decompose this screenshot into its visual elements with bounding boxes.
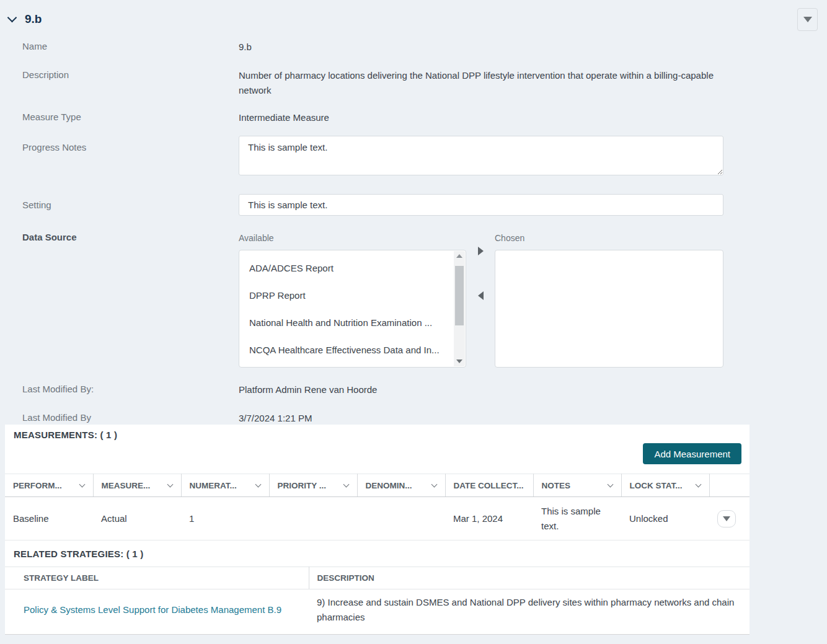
form-row-progress-notes: Progress Notes This is sample text. — [0, 136, 827, 180]
progress-notes-textarea[interactable]: This is sample text. — [239, 136, 723, 175]
cell-performance: Baseline — [5, 497, 93, 540]
triangle-down-icon — [803, 17, 812, 22]
strategy-link[interactable]: Policy & Systems Level Support for Diabe… — [24, 604, 281, 615]
cell-priority — [269, 497, 357, 540]
form-row-last-modified-by: Last Modified By: Platform Admin Rene va… — [0, 382, 827, 397]
cell-actions — [709, 497, 750, 540]
chosen-column: Chosen — [495, 231, 723, 368]
form-row-measure-type: Measure Type Intermediate Measure — [0, 110, 827, 125]
chevron-down-icon[interactable] — [79, 482, 85, 488]
cell-strategy-description: 9) Increase and sustain DSMES and Nation… — [309, 589, 750, 630]
related-strategies-section-title: RELATED STRATEGIES: ( 1 ) — [5, 540, 750, 559]
measurements-table: PERFORM... MEASURE... NUMERAT... PRIORIT… — [5, 474, 750, 540]
chevron-down-icon[interactable] — [607, 482, 613, 488]
column-header-denominator[interactable]: DENOMIN... — [357, 474, 445, 497]
form-row-name: Name 9.b — [0, 40, 827, 55]
form-row-setting: Setting — [0, 194, 827, 216]
list-item[interactable]: NCQA Healthcare Effectiveness Data and I… — [239, 337, 466, 364]
available-listbox[interactable]: ADA/ADCES Report DPRP Report National He… — [239, 250, 466, 368]
page-title: 9.b — [25, 12, 42, 26]
chosen-label: Chosen — [495, 231, 723, 245]
measure-type-value: Intermediate Measure — [239, 110, 723, 125]
add-measurement-button[interactable]: Add Measurement — [643, 443, 741, 464]
scrollbar-thumb[interactable] — [455, 266, 464, 325]
last-modified-date-label: Last Modified By — [0, 411, 239, 426]
triangle-down-icon — [723, 516, 730, 521]
chevron-down-icon[interactable] — [431, 482, 437, 488]
cell-denominator — [357, 497, 445, 540]
form-row-data-source: Data Source Available ADA/ADCES Report D… — [0, 231, 827, 368]
cell-numerator: 1 — [181, 497, 269, 540]
column-header-measure[interactable]: MEASURE... — [93, 474, 181, 497]
description-value: Number of pharmacy locations delivering … — [239, 68, 723, 98]
move-right-icon[interactable] — [478, 247, 484, 255]
column-header-strategy-label: STRATEGY LABEL — [5, 567, 309, 589]
cell-measure: Actual — [93, 497, 181, 540]
description-label: Description — [0, 68, 239, 98]
form-row-description: Description Number of pharmacy locations… — [0, 68, 827, 98]
name-value: 9.b — [239, 40, 723, 55]
measurements-section-title: MEASUREMENTS: ( 1 ) — [5, 425, 750, 440]
cell-strategy-label: Policy & Systems Level Support for Diabe… — [5, 589, 309, 630]
cell-date-collected: Mar 1, 2024 — [445, 497, 533, 540]
measurements-panel: MEASUREMENTS: ( 1 ) Add Measurement PERF… — [5, 425, 750, 635]
cell-lock-status: Unlocked — [621, 497, 709, 540]
chevron-down-icon[interactable] — [7, 12, 17, 22]
measure-header: 9.b — [0, 0, 827, 26]
last-modified-by-label: Last Modified By: — [0, 382, 239, 397]
available-label: Available — [239, 231, 466, 245]
list-item[interactable]: ADA/ADCES Report — [239, 255, 466, 282]
column-header-description: DESCRIPTION — [309, 567, 750, 589]
column-header-notes[interactable]: NOTES — [533, 474, 621, 497]
row-menu-button[interactable] — [717, 510, 736, 527]
list-item[interactable]: DPRP Report — [239, 282, 466, 309]
measure-type-label: Measure Type — [0, 110, 239, 125]
related-strategies-table: STRATEGY LABEL DESCRIPTION Policy & Syst… — [5, 567, 750, 630]
move-left-icon[interactable] — [478, 291, 484, 300]
setting-input[interactable] — [239, 194, 723, 216]
measurements-header-row: PERFORM... MEASURE... NUMERAT... PRIORIT… — [5, 474, 750, 497]
form-row-last-modified-date: Last Modified By 3/7/2024 1:21 PM — [0, 411, 827, 426]
chevron-down-icon[interactable] — [343, 482, 349, 488]
list-item[interactable]: National Health and Nutrition Examinatio… — [239, 309, 466, 337]
measure-form: Name 9.b Description Number of pharmacy … — [0, 26, 827, 426]
transfer-controls — [466, 231, 495, 368]
strategies-header-row: STRATEGY LABEL DESCRIPTION — [5, 567, 750, 589]
cell-notes: This is sample text. — [533, 497, 621, 540]
column-header-priority[interactable]: PRIORITY ... — [269, 474, 357, 497]
column-header-actions — [709, 474, 750, 497]
scroll-up-icon[interactable] — [454, 251, 465, 261]
column-header-lock-status[interactable]: LOCK STAT... — [621, 474, 709, 497]
last-modified-date-value: 3/7/2024 1:21 PM — [239, 411, 723, 426]
column-header-numerator[interactable]: NUMERAT... — [181, 474, 269, 497]
chevron-down-icon[interactable] — [167, 482, 173, 488]
column-header-date-collected[interactable]: DATE COLLECT... — [445, 474, 533, 497]
setting-label: Setting — [0, 194, 239, 216]
available-column: Available ADA/ADCES Report DPRP Report N… — [239, 231, 466, 368]
chosen-listbox[interactable] — [495, 250, 723, 368]
data-source-label: Data Source — [0, 231, 239, 368]
chevron-down-icon[interactable] — [255, 482, 261, 488]
progress-notes-label: Progress Notes — [0, 136, 239, 180]
scrollbar[interactable] — [454, 251, 465, 366]
name-label: Name — [0, 40, 239, 55]
chevron-down-icon[interactable] — [695, 482, 701, 488]
scroll-down-icon[interactable] — [456, 359, 462, 363]
header-menu-button[interactable] — [797, 8, 818, 31]
last-modified-by-value: Platform Admin Rene van Hoorde — [239, 382, 723, 397]
column-header-performance[interactable]: PERFORM... — [5, 474, 93, 497]
data-source-duallist: Available ADA/ADCES Report DPRP Report N… — [239, 231, 723, 368]
table-row: Baseline Actual 1 Mar 1, 2024 This is sa… — [5, 497, 750, 540]
table-row: Policy & Systems Level Support for Diabe… — [5, 589, 750, 630]
